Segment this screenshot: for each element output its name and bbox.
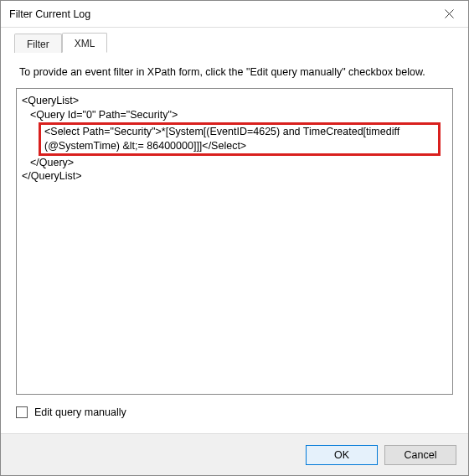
dialog-footer: OK Cancel bbox=[1, 433, 468, 475]
close-icon bbox=[445, 9, 454, 18]
xml-line: (@SystemTime) &lt;= 86400000]]]</Select> bbox=[44, 139, 435, 153]
xml-line: <Select Path="Security">*[System[(EventI… bbox=[44, 125, 435, 139]
xml-highlight-box: <Select Path="Security">*[System[(EventI… bbox=[39, 122, 441, 156]
titlebar: Filter Current Log bbox=[1, 1, 468, 28]
tab-xml[interactable]: XML bbox=[62, 33, 108, 53]
ok-button[interactable]: OK bbox=[306, 445, 378, 465]
xml-line: </QueryList> bbox=[22, 169, 447, 184]
xml-line: <QueryList> bbox=[22, 94, 447, 108]
dialog-body: Filter XML To provide an event filter in… bbox=[1, 28, 468, 433]
window-title: Filter Current Log bbox=[9, 8, 430, 20]
tab-filter[interactable]: Filter bbox=[14, 34, 62, 53]
edit-query-manually-checkbox[interactable]: Edit query manually bbox=[16, 406, 453, 418]
xml-line: </Query> bbox=[22, 156, 447, 170]
checkbox-icon bbox=[16, 406, 28, 418]
xml-query-box[interactable]: <QueryList> <Query Id="0" Path="Security… bbox=[16, 88, 453, 395]
instruction-text: To provide an event filter in XPath form… bbox=[19, 66, 453, 78]
xml-line: <Query Id="0" Path="Security"> bbox=[22, 108, 447, 122]
tab-strip: Filter XML bbox=[14, 33, 456, 53]
filter-current-log-dialog: Filter Current Log Filter XML To provide… bbox=[0, 0, 469, 476]
cancel-button[interactable]: Cancel bbox=[384, 445, 456, 465]
checkbox-label: Edit query manually bbox=[34, 406, 126, 418]
close-button[interactable] bbox=[430, 1, 468, 28]
